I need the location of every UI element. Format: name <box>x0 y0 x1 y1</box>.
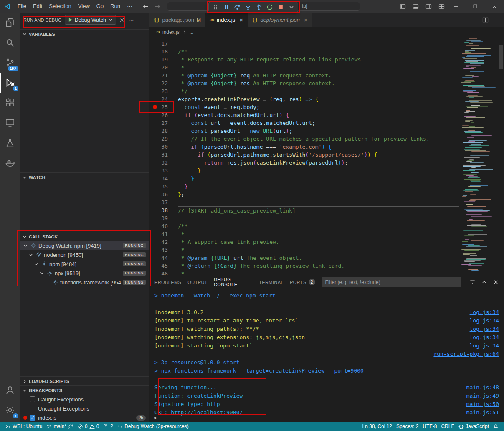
code-line[interactable]: 46 * <box>149 270 459 275</box>
maximize-button[interactable] <box>466 0 485 13</box>
gutter[interactable]: 36 <box>149 190 178 198</box>
drag-handle[interactable] <box>210 2 220 12</box>
code-line[interactable]: 37 <box>149 198 459 206</box>
step-into-button[interactable] <box>243 2 253 12</box>
gear-icon[interactable] <box>119 17 125 23</box>
code-line[interactable]: 17 <box>149 40 459 48</box>
gutter[interactable]: 24 <box>149 95 178 103</box>
menu-selection[interactable]: Selection <box>46 0 74 13</box>
breakpoint-item[interactable]: ✓index.js25 <box>20 413 149 422</box>
gutter[interactable]: 45 <box>149 262 178 270</box>
step-over-button[interactable] <box>232 2 242 12</box>
encoding[interactable]: UTF-8 <box>420 422 439 431</box>
gutter[interactable]: 19 <box>149 56 178 63</box>
code-line[interactable]: 39 <box>149 214 459 222</box>
code-line[interactable]: 44 * @param {!URL} url The event object. <box>149 254 459 262</box>
source-link[interactable]: log.js:34 <box>470 308 499 317</box>
gutter[interactable]: 28 <box>149 127 178 135</box>
gutter[interactable]: 25 <box>149 103 178 111</box>
launch-config-dropdown[interactable]: Debug Watch <box>65 15 116 25</box>
source-link[interactable]: run-script-pkg.js:64 <box>433 350 499 358</box>
activity-remote-explorer[interactable] <box>0 113 20 133</box>
pause-button[interactable] <box>221 2 231 12</box>
eol[interactable]: CRLF <box>439 422 456 431</box>
debug-console-input[interactable]: > <box>149 415 504 422</box>
code-line[interactable]: 20 * <box>149 63 459 71</box>
layout-panel-icon[interactable] <box>413 3 419 10</box>
source-link[interactable]: main.js:48 <box>466 383 499 392</box>
breakpoint-checkbox[interactable] <box>30 396 35 402</box>
menu-go[interactable]: Go <box>93 0 107 13</box>
gutter[interactable]: 44 <box>149 254 178 262</box>
source-link[interactable]: log.js:34 <box>470 325 499 333</box>
editor-scrollbar[interactable] <box>499 45 503 69</box>
gutter[interactable]: 27 <box>149 119 178 127</box>
code-line[interactable]: 43 * <box>149 246 459 254</box>
code-line[interactable]: 38// [START add_ons_case_preview_link] <box>149 206 459 214</box>
layout-sidebar-right-icon[interactable] <box>425 3 432 10</box>
panel-tab-problems[interactable]: PROBLEMS <box>154 275 181 289</box>
activity-run-and-debug[interactable]: 1 <box>0 73 20 93</box>
call-stack-session[interactable]: npm [9484]RUNNING <box>20 259 149 269</box>
code-line[interactable]: 33 } <box>149 167 459 175</box>
remote-indicator[interactable]: WSL: Ubuntu <box>3 422 44 431</box>
gutter[interactable]: 31 <box>149 151 178 159</box>
panel-tab-debug-console[interactable]: DEBUG CONSOLE <box>214 275 253 289</box>
code-line[interactable]: 21 * @param {Object} req An HTTP request… <box>149 71 459 79</box>
indentation[interactable]: Spaces: 2 <box>394 422 420 431</box>
code-line[interactable]: 45 * @return {!Card} The resulting previ… <box>149 262 459 270</box>
panel-tab-terminal[interactable]: TERMINAL <box>259 275 284 289</box>
menubar-more-button[interactable]: ⋯ <box>124 3 136 10</box>
section-breakpoints[interactable]: BREAKPOINTS <box>20 385 149 395</box>
source-link[interactable]: log.js:34 <box>470 333 499 342</box>
gutter[interactable]: 22 <box>149 79 178 87</box>
call-stack-session[interactable]: npx [9519]RUNNING <box>20 269 149 278</box>
code-line[interactable]: 22 * @param {Object} res An HTTP respons… <box>149 79 459 87</box>
menu-file[interactable]: File <box>14 0 30 13</box>
breakpoint-item[interactable]: Caught Exceptions <box>20 395 149 404</box>
tab-index.js[interactable]: JSindex.js× <box>205 13 248 27</box>
code-line[interactable]: 24exports.createLinkPreview = (req, res)… <box>149 95 459 103</box>
gutter[interactable]: 46 <box>149 270 178 275</box>
call-stack-session[interactable]: nodemon [9450]RUNNING <box>20 250 149 259</box>
close-button[interactable] <box>485 0 504 13</box>
activity-extensions[interactable] <box>0 93 20 113</box>
menu-view[interactable]: View <box>75 0 93 13</box>
activity-search[interactable] <box>0 33 20 53</box>
close-tab-button[interactable]: × <box>239 16 243 23</box>
panel-tab-output[interactable]: OUTPUT <box>187 275 208 289</box>
gutter[interactable]: 32 <box>149 159 178 167</box>
back-arrow-icon[interactable] <box>142 3 149 10</box>
close-panel-icon[interactable] <box>493 279 499 285</box>
gutter[interactable]: 40 <box>149 222 178 230</box>
console-options-icon[interactable] <box>469 279 476 285</box>
call-stack-session[interactable]: Debug Watch: npm [9419]RUNNING <box>20 241 149 250</box>
code-line[interactable]: 28 const parsedUrl = new URL(url); <box>149 127 459 135</box>
panel-tab-ports[interactable]: PORTS2 <box>290 275 315 289</box>
code-line[interactable]: 25 const event = req.body; <box>149 103 459 111</box>
section-call-stack[interactable]: CALL STACK <box>20 232 149 241</box>
activity-explorer[interactable] <box>0 13 20 33</box>
breakpoint-checkbox[interactable] <box>30 406 35 411</box>
activity-settings[interactable]: 1 <box>0 400 20 420</box>
gutter[interactable]: 35 <box>149 183 178 190</box>
stop-button[interactable] <box>275 2 286 12</box>
activity-docker[interactable] <box>0 153 20 173</box>
code-line[interactable]: 29 // If the event object URL matches a … <box>149 135 459 143</box>
gutter[interactable]: 37 <box>149 198 178 206</box>
breadcrumb[interactable]: JS index.js ... <box>149 27 504 37</box>
activity-accounts[interactable] <box>0 380 20 400</box>
split-editor-icon[interactable] <box>482 17 489 23</box>
code-line[interactable]: 31 if (parsedUrl.pathname.startsWith('/s… <box>149 151 459 159</box>
gutter[interactable]: 41 <box>149 230 178 238</box>
language-mode[interactable]: {}JavaScript <box>456 422 491 431</box>
gutter[interactable]: 42 <box>149 238 178 246</box>
gutter[interactable]: 23 <box>149 87 178 95</box>
gutter[interactable]: 29 <box>149 135 178 143</box>
code-line[interactable]: 40/** <box>149 222 459 230</box>
cursor-position[interactable]: Ln 38, Col 12 <box>360 422 394 431</box>
maximize-panel-icon[interactable] <box>481 279 487 285</box>
code-line[interactable]: 18/** <box>149 48 459 56</box>
minimize-button[interactable] <box>446 0 466 13</box>
forward-arrow-icon[interactable] <box>154 3 161 10</box>
